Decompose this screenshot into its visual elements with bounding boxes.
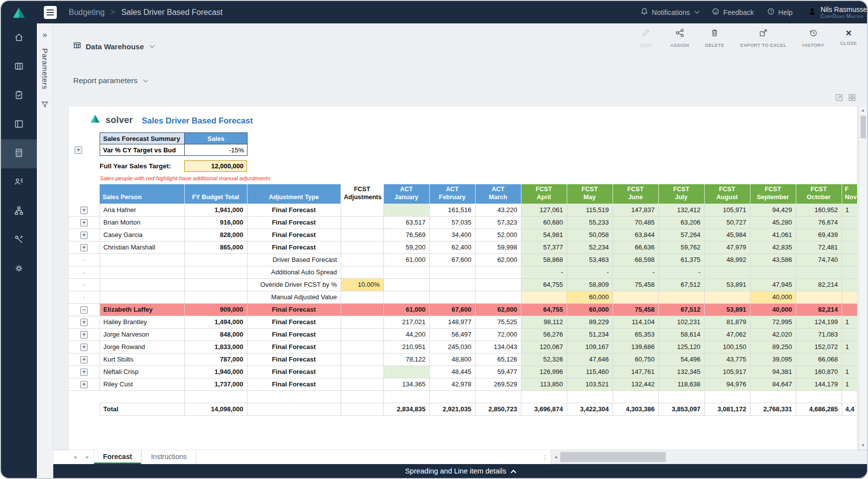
- month-cell: 1: [842, 204, 857, 216]
- expand-row-button[interactable]: +: [80, 244, 88, 251]
- row-gutter: +: [69, 353, 100, 365]
- sidebar-item-budgeting[interactable]: [1, 139, 37, 168]
- sidebar-item-reports[interactable]: [1, 111, 37, 139]
- month-cell: [475, 278, 521, 291]
- sales-person-cell: [100, 266, 184, 278]
- report-parameters-dropdown[interactable]: Report parameters: [73, 76, 147, 85]
- horizontal-scrollbar[interactable]: ◄: [551, 450, 867, 464]
- export-icon: [759, 28, 768, 39]
- fy-budget-cell: [184, 278, 247, 291]
- expand-row-button[interactable]: +: [80, 207, 88, 214]
- hamburger-menu-button[interactable]: [44, 6, 57, 19]
- user-menu[interactable]: Nils Rasmusse CorpDemo Master: [808, 5, 867, 19]
- sidebar-item-administration[interactable]: [1, 226, 37, 255]
- notifications-menu[interactable]: Notifications: [640, 7, 699, 17]
- month-cell: [567, 390, 613, 403]
- expand-row-button[interactable]: +: [80, 368, 88, 376]
- filter-funnel-icon[interactable]: [41, 101, 49, 111]
- adjustment-type-cell: Final Forecast: [247, 328, 341, 341]
- month-cell: [750, 266, 796, 278]
- month-cell[interactable]: 60,000: [567, 291, 613, 303]
- sales-person-cell: Jorge Narveson: [100, 328, 184, 341]
- month-cell: 78,122: [383, 353, 429, 365]
- sidebar-item-tasks[interactable]: [1, 82, 37, 111]
- table-row: −Elizabeth Laffey909,000Final Forecast61…: [69, 303, 857, 316]
- expand-row-button[interactable]: +: [80, 319, 88, 326]
- tab-forecast[interactable]: Forecast: [94, 450, 141, 464]
- sales-person-cell: Casey Garcia: [100, 229, 184, 241]
- table-row: +Christian Marshall865,000Final Forecast…: [69, 241, 857, 253]
- fcst-adjustments-cell[interactable]: 10.00%: [341, 278, 383, 291]
- month-cell: 210,951: [383, 341, 429, 353]
- assign-button[interactable]: ASSIGN: [670, 28, 689, 48]
- horizontal-scroll-thumb[interactable]: [560, 452, 666, 462]
- expand-row-button[interactable]: +: [80, 344, 88, 351]
- month-cell: 3,853,097: [658, 403, 704, 415]
- sidebar-item-home[interactable]: [1, 24, 37, 53]
- month-cell: 89,229: [567, 316, 613, 328]
- tab-scroll-right-arrow[interactable]: ►: [81, 450, 94, 464]
- summary-header-value: Sales: [185, 133, 248, 144]
- expand-report-icon[interactable]: [835, 94, 843, 104]
- month-cell: 1: [842, 341, 857, 353]
- sidebar-item-archive[interactable]: [1, 53, 37, 82]
- target-input-cell[interactable]: 12,000,000: [184, 160, 247, 172]
- vertical-scrollbar[interactable]: ▲ ▼: [859, 107, 867, 450]
- column-header-may: FCSTMay: [567, 184, 613, 204]
- fy-budget-cell: 1,940,000: [184, 365, 247, 378]
- adjustment-type-cell: Final Forecast: [247, 353, 341, 365]
- adjustment-type-cell: Final Forecast: [247, 316, 341, 328]
- delete-button[interactable]: DELETE: [705, 28, 725, 48]
- expand-row-button[interactable]: +: [80, 381, 88, 388]
- month-cell: 217,021: [383, 316, 429, 328]
- month-cell: -: [613, 266, 658, 278]
- month-cell: 52,326: [521, 353, 567, 365]
- expand-row-button[interactable]: +: [80, 232, 88, 239]
- month-cell[interactable]: 40,000: [750, 291, 796, 303]
- month-cell: 57,323: [475, 216, 521, 229]
- column-header-march: ACTMarch: [475, 184, 521, 204]
- tab-scroll-left-arrow[interactable]: ◄: [69, 450, 81, 464]
- history-button[interactable]: HISTORY: [802, 28, 824, 48]
- breadcrumb-section[interactable]: Budgeting: [69, 8, 105, 17]
- fy-budget-cell: [184, 266, 247, 278]
- report-toolbar: EDIT ASSIGN DELETE EXPORT TO EXCEL: [637, 28, 857, 48]
- expand-row-button[interactable]: +: [80, 331, 88, 339]
- month-cell: [796, 291, 842, 303]
- expand-summary-button[interactable]: +: [75, 146, 82, 154]
- sales-person-cell: Riley Cust: [100, 378, 184, 390]
- person-document-icon: [14, 177, 24, 189]
- horizontal-scroll-track[interactable]: [666, 450, 867, 464]
- scroll-up-arrow[interactable]: ▲: [861, 107, 865, 115]
- month-cell: 64,755: [521, 278, 567, 291]
- spreading-details-toggle[interactable]: Spreading and Line item details: [53, 464, 867, 478]
- help-button[interactable]: ? Help: [767, 7, 793, 17]
- row-gutter: ·: [69, 253, 100, 266]
- expand-row-button[interactable]: +: [80, 356, 88, 363]
- grid-view-icon[interactable]: [848, 94, 856, 104]
- expand-parameters-button[interactable]: »: [43, 30, 47, 39]
- data-source-dropdown[interactable]: Data Warehouse: [73, 41, 154, 51]
- scroll-left-arrow[interactable]: ◄: [551, 450, 560, 464]
- vertical-scroll-thumb[interactable]: [861, 116, 866, 138]
- expand-row-button[interactable]: +: [80, 219, 88, 227]
- month-cell: [842, 390, 857, 403]
- collapse-row-button[interactable]: −: [80, 306, 88, 314]
- history-icon: [809, 28, 818, 39]
- month-cell: 4,4: [842, 403, 857, 415]
- sidebar-item-workflow[interactable]: [1, 197, 37, 226]
- month-cell: 134,043: [475, 341, 521, 353]
- sidebar-item-assignments[interactable]: [1, 168, 37, 197]
- sidebar-item-settings[interactable]: [1, 255, 37, 284]
- month-cell: 45,984: [704, 229, 750, 241]
- export-to-excel-button[interactable]: EXPORT TO EXCEL: [741, 28, 787, 48]
- month-cell: 67,512: [658, 303, 704, 316]
- month-cell: 67,600: [429, 303, 475, 316]
- topbar: Budgeting > Sales Driver Based Forecast …: [37, 1, 867, 23]
- fcst-adjustments-cell: [341, 291, 383, 303]
- close-button[interactable]: × CLOSE: [840, 28, 857, 48]
- tab-splitter-handle[interactable]: ⋮: [539, 450, 551, 464]
- scroll-down-arrow[interactable]: ▼: [861, 442, 865, 450]
- feedback-button[interactable]: Feedback: [712, 7, 753, 17]
- tab-instructions[interactable]: Instructions: [141, 450, 196, 464]
